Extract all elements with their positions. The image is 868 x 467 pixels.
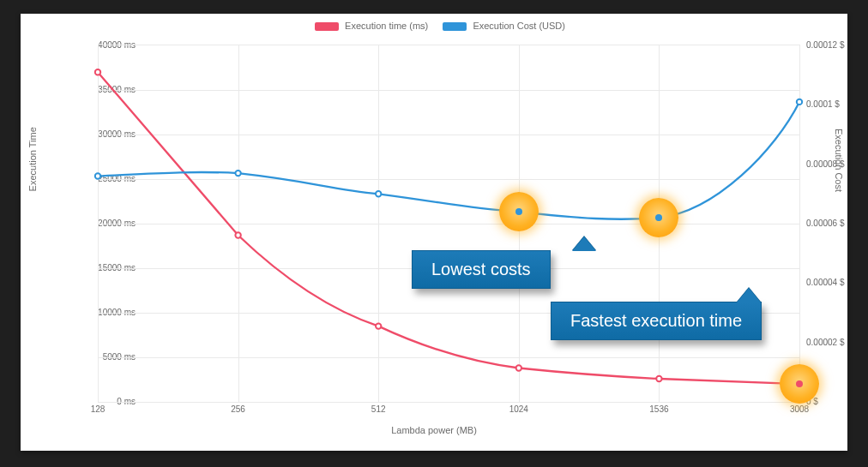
xtick: 1536 <box>649 404 668 414</box>
callout-lowest-costs: Lowest costs <box>412 250 551 289</box>
callout-fastest-text: Fastest execution time <box>570 311 742 330</box>
xtick: 1024 <box>509 404 528 414</box>
svg-point-3 <box>516 365 521 370</box>
svg-point-6 <box>95 173 100 178</box>
svg-point-8 <box>376 191 381 196</box>
ytick-right: 0.00002 $ <box>806 337 866 346</box>
y-axis-left-label: Execution Time <box>27 127 38 191</box>
svg-point-2 <box>376 323 381 328</box>
svg-point-11 <box>797 99 802 105</box>
ytick-right: 0.0001 $ <box>806 99 866 109</box>
svg-point-1 <box>235 232 240 237</box>
legend-swatch-time <box>315 22 339 31</box>
ytick-right: 0.00006 $ <box>806 219 866 228</box>
callout-lowest-costs-text: Lowest costs <box>431 260 531 278</box>
xtick: 512 <box>371 404 386 414</box>
svg-point-7 <box>235 171 240 176</box>
chart-svg <box>98 45 799 402</box>
legend-label-time: Execution time (ms) <box>345 21 428 31</box>
xtick: 3008 <box>790 404 809 414</box>
highlight-lowest-cost-1536 <box>639 198 678 237</box>
highlight-lowest-cost-1024 <box>499 192 539 231</box>
line-execution-cost <box>98 102 799 219</box>
svg-point-0 <box>95 69 100 75</box>
xtick: 256 <box>231 404 245 414</box>
xtick: 128 <box>91 404 105 414</box>
plot-area <box>98 45 800 402</box>
svg-point-4 <box>656 376 661 381</box>
callout-fastest: Fastest execution time <box>551 302 762 340</box>
legend-label-cost: Execution Cost (USD) <box>473 21 565 31</box>
y-axis-right-label: Execution Cost <box>834 129 844 192</box>
legend: Execution time (ms) Execution Cost (USD) <box>21 21 847 31</box>
x-axis-label: Lambda power (MB) <box>21 425 847 435</box>
ytick-right: 0 $ <box>806 397 866 406</box>
ytick-right: 0.00012 $ <box>806 40 866 50</box>
highlight-fastest-3008 <box>780 364 819 404</box>
ytick-right: 0.00004 $ <box>806 278 866 287</box>
chart-card: Execution time (ms) Execution Cost (USD)… <box>21 14 847 451</box>
legend-swatch-cost <box>443 22 467 31</box>
